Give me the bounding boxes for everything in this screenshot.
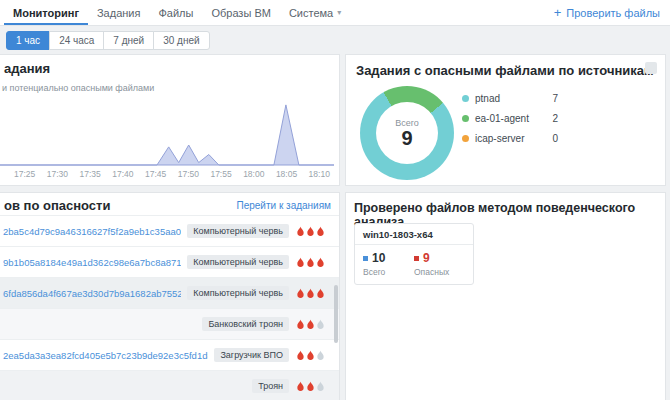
flame-icon	[296, 350, 305, 361]
flame-icon	[306, 319, 315, 330]
flame-icon	[296, 226, 305, 237]
verdict-badge: Банковский троян	[202, 317, 289, 331]
flame-icon	[316, 350, 325, 361]
tab-system-label: Система	[289, 7, 333, 19]
time-range-filter: 1 час 24 часа 7 дней 30 дней	[6, 31, 210, 50]
table-row[interactable]: 9b1b05a8184e49a1d362c98e6a7bc8a8714ffc9c…	[0, 246, 339, 277]
flame-icon	[306, 381, 315, 392]
flame-icon	[316, 288, 325, 299]
danger-level	[296, 350, 329, 361]
donut-total-value: 9	[401, 128, 412, 149]
sandbox-dashboard: Мониторинг Задания Файлы Образы ВМ Систе…	[0, 0, 670, 400]
check-files-button[interactable]: + Проверить файлы	[544, 0, 670, 25]
x-axis-label: 17:40	[112, 169, 133, 179]
vm-card: win10-1803-x64 10 Всего 9 Опасных	[354, 223, 474, 285]
tasks-x-axis: 17:2517:3017:3517:4017:4517:5017:5518:00…	[14, 169, 330, 179]
flame-icon	[296, 257, 305, 268]
flame-icon	[296, 288, 305, 299]
vm-stat-danger: 9 Опасных	[414, 251, 465, 277]
table-row[interactable]: Банковский троян	[0, 308, 339, 339]
range-7d-button[interactable]: 7 дней	[103, 31, 154, 50]
tab-tasks[interactable]: Задания	[88, 0, 149, 25]
sources-legend: ptnad 7 ea-01-agent 2 icap-server 0	[462, 88, 558, 148]
tasks-panel-title: адания	[4, 61, 50, 76]
file-hash-link[interactable]: 9b1b05a8184e49a1d362c98e6a7bc8a8714ffc9c…	[3, 257, 181, 268]
danger-panel-header: ов по опасности Перейти к заданиям	[0, 193, 339, 215]
x-axis-label: 17:55	[210, 169, 231, 179]
vm-stat-total: 10 Всего	[363, 251, 414, 277]
go-to-tasks-link[interactable]: Перейти к заданиям	[237, 200, 332, 211]
legend-count: 0	[552, 133, 558, 144]
sources-panel-title: Задания с опасными файлами по источникам	[356, 63, 654, 78]
x-axis-label: 17:50	[178, 169, 199, 179]
total-marker-icon	[363, 256, 368, 261]
danger-level	[296, 381, 329, 392]
plus-icon: +	[554, 6, 562, 19]
flame-icon	[306, 288, 315, 299]
range-30d-button[interactable]: 30 дней	[153, 31, 209, 50]
tab-monitoring[interactable]: Мониторинг	[4, 0, 88, 25]
flame-icon	[296, 319, 305, 330]
legend-name: ptnad	[475, 93, 552, 104]
x-axis-label: 18:05	[276, 169, 297, 179]
scrollbar-thumb[interactable]	[334, 285, 338, 343]
range-1h-button[interactable]: 1 час	[6, 31, 50, 50]
tasks-panel: адания и потенциально опасными файлами 1…	[0, 54, 340, 186]
tab-system[interactable]: Система ▾	[280, 0, 350, 25]
legend-dot	[462, 135, 469, 142]
danger-level	[296, 288, 329, 299]
x-axis-label: 18:00	[243, 169, 264, 179]
table-row[interactable]: 6fda856da4f667ae3d30d7b9a1682ab755267c2e…	[0, 277, 339, 308]
nav-tabs: Мониторинг Задания Файлы Образы ВМ Систе…	[0, 0, 350, 25]
danger-panel-title: ов по опасности	[4, 198, 110, 213]
file-hash-link[interactable]: 2ea5da3a3ea82fcd405e5b7c23b9de92e3c5fd1d…	[3, 350, 208, 361]
verdict-badge: Компьютерный червь	[187, 224, 289, 238]
legend-item: ea-01-agent 2	[462, 108, 558, 128]
legend-name: icap-server	[475, 133, 552, 144]
flame-icon	[316, 381, 325, 392]
flame-icon	[316, 319, 325, 330]
flame-icon	[296, 381, 305, 392]
x-axis-label: 18:10	[309, 169, 330, 179]
range-24h-button[interactable]: 24 часа	[49, 31, 104, 50]
danger-files-table: 2ba5c4d79c9a46316627f5f2a9eb1c35aa0b3ae9…	[0, 215, 339, 400]
legend-item: ptnad 7	[462, 88, 558, 108]
file-hash-link[interactable]: 2ba5c4d79c9a46316627f5f2a9eb1c35aa0b3ae9…	[3, 226, 181, 237]
tasks-chart-path	[0, 105, 334, 165]
x-axis-label: 17:35	[79, 169, 100, 179]
top-nav: Мониторинг Задания Файлы Образы ВМ Систе…	[0, 0, 670, 26]
flame-icon	[316, 226, 325, 237]
flame-icon	[306, 226, 315, 237]
legend-count: 7	[552, 93, 558, 104]
table-row[interactable]: 2ea5da3a3ea82fcd405e5b7c23b9de92e3c5fd1d…	[0, 339, 339, 370]
verdict-badge: Компьютерный червь	[187, 255, 289, 269]
legend-dot	[462, 115, 469, 122]
x-axis-label: 17:45	[145, 169, 166, 179]
tasks-chart	[0, 97, 334, 167]
legend-name: ea-01-agent	[475, 113, 552, 124]
panel-menu-icon[interactable]	[645, 62, 657, 74]
donut-center: Всего 9	[376, 102, 438, 164]
verdict-badge: Компьютерный червь	[187, 286, 289, 300]
chevron-down-icon: ▾	[337, 8, 341, 17]
vm-danger-value: 9	[423, 251, 430, 265]
table-row[interactable]: 2ba5c4d79c9a46316627f5f2a9eb1c35aa0b3ae9…	[0, 215, 339, 246]
donut-total-label: Всего	[395, 118, 419, 128]
legend-count: 2	[552, 113, 558, 124]
tasks-panel-legend: и потенциально опасными файлами	[2, 83, 154, 93]
file-hash-link[interactable]: 6fda856da4f667ae3d30d7b9a1682ab755267c2e…	[3, 288, 181, 299]
danger-level	[296, 226, 329, 237]
vm-stats: 10 Всего 9 Опасных	[355, 245, 473, 277]
danger-files-panel: ов по опасности Перейти к заданиям 2ba5c…	[0, 192, 340, 400]
vm-total-label: Всего	[363, 267, 414, 277]
x-axis-label: 17:30	[47, 169, 68, 179]
tab-vm-images[interactable]: Образы ВМ	[202, 0, 279, 25]
tab-files[interactable]: Файлы	[149, 0, 202, 25]
flame-icon	[316, 257, 325, 268]
vm-name: win10-1803-x64	[355, 224, 473, 245]
flame-icon	[306, 350, 315, 361]
vm-total-value: 10	[372, 251, 385, 265]
table-row[interactable]: Троян	[0, 370, 339, 400]
check-files-label: Проверить файлы	[566, 7, 660, 19]
danger-level	[296, 257, 329, 268]
